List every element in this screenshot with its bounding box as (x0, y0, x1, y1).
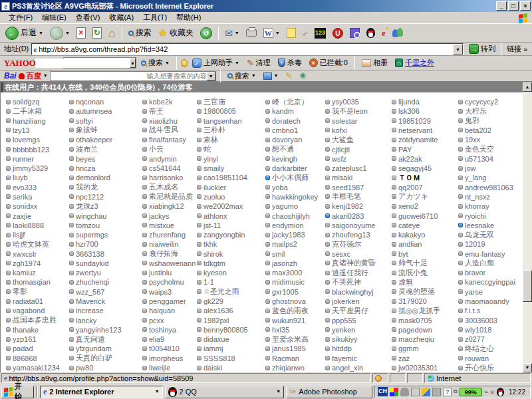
stop-button[interactable]: × (74, 26, 88, 40)
user-link[interactable]: zhuchenqi (69, 277, 142, 287)
user-link[interactable]: 半根毛笔 (325, 192, 392, 201)
user-link[interactable]: nt_nsxz (458, 192, 519, 201)
user-link[interactable]: sesxc (325, 249, 392, 259)
user-link[interactable]: andrew981063 (458, 183, 519, 192)
user-link[interactable]: chaoshijilyh (265, 211, 325, 220)
user-link[interactable]: sonidxx (6, 201, 69, 211)
user-link[interactable]: 1982pxl (197, 315, 265, 325)
user-link[interactable]: kofxi (325, 126, 392, 135)
user-link[interactable]: justinlu (142, 268, 197, 277)
user-link[interactable]: 抓◎◎龙抓手 (392, 306, 458, 315)
mail-button[interactable]: ✉ ▼ (222, 27, 242, 40)
user-link[interactable]: misaki (325, 173, 392, 182)
user-link[interactable]: 蛇 (197, 144, 265, 154)
user-link[interactable]: 12019 (458, 239, 519, 249)
user-link[interactable]: lancky (69, 315, 142, 325)
edit-with-word-button[interactable]: W ▼ (261, 27, 283, 39)
user-link[interactable]: y_lang (458, 173, 519, 182)
user-link[interactable]: penggamer (142, 297, 197, 306)
yahoo-search-dropdown-icon[interactable]: ▼ (130, 58, 136, 68)
user-link[interactable]: max3000 (265, 268, 325, 277)
user-link[interactable]: wzz_567 (69, 287, 142, 297)
baidu-logo-dropdown-icon[interactable]: ▼ (43, 72, 48, 79)
user-link[interactable]: solestar (325, 116, 392, 126)
baidu-logo[interactable]: Bai (4, 71, 17, 80)
user-link[interactable]: tdkgtm (197, 259, 265, 268)
user-link[interactable]: davoryan (265, 135, 325, 144)
user-link[interactable]: psycholmu (142, 277, 197, 287)
user-link[interactable]: solidgzq (6, 97, 69, 106)
user-link[interactable]: 峰（北京） (265, 97, 325, 106)
task-internet-explorer[interactable]: e 2 Internet Explorer ▼ (40, 386, 163, 398)
user-link[interactable]: andymin (142, 154, 197, 164)
user-link[interactable]: tkhk (197, 239, 265, 249)
user-link[interactable]: ysy0035 (325, 97, 392, 106)
user-link[interactable]: othakeeper (69, 135, 142, 144)
user-link[interactable]: 真诸神的黄昏 (325, 259, 392, 268)
user-link[interactable]: zaz (392, 354, 458, 363)
user-link[interactable]: wly1018 (458, 325, 519, 334)
user-link[interactable]: endymion (265, 221, 325, 230)
user-link[interactable]: increase (69, 306, 142, 315)
task-qq[interactable]: 2 QQ ▼ (165, 386, 285, 398)
user-link[interactable]: finalfantasy (142, 135, 197, 144)
user-link[interactable]: thomasqian (6, 277, 69, 287)
user-link[interactable]: akari0283 (325, 211, 392, 220)
user-link[interactable]: kakakyo (392, 230, 458, 239)
user-link[interactable]: autumnsea (69, 106, 142, 116)
user-link[interactable]: ☆圣光之雨 (197, 287, 265, 297)
user-link[interactable]: 大鲨鱼 (325, 135, 392, 144)
user-link[interactable]: angel_xin (325, 363, 392, 372)
media-button[interactable]: e (379, 27, 388, 40)
qq-tray-icon[interactable] (497, 388, 504, 396)
forward-dropdown-icon[interactable]: ▼ (65, 30, 70, 37)
user-link[interactable]: demonlord (69, 173, 142, 182)
pen-tool-icon[interactable] (422, 388, 430, 396)
user-link[interactable]: jst-11 (197, 221, 265, 230)
user-link[interactable]: andlian (392, 239, 458, 249)
baidu-extra-button[interactable]: ❀ (297, 70, 309, 82)
menu-view[interactable]: 查看(V) (71, 11, 105, 24)
user-link[interactable]: 天真的白驴 (69, 354, 142, 363)
favorites-button[interactable]: ★ 收藏夹 (156, 26, 196, 41)
vertical-scrollbar[interactable]: ▲ ▼ (523, 82, 532, 372)
user-link[interactable]: hitddp (325, 344, 392, 353)
user-link[interactable]: guowei6710 (392, 211, 458, 220)
user-link[interactable]: jacky1983 (265, 230, 325, 239)
user-link[interactable]: tangsenhan (197, 116, 265, 126)
user-link[interactable]: 衰仔拓海 (142, 249, 197, 259)
user-link[interactable]: xeno2 (392, 201, 458, 211)
user-link[interactable]: 二手冰箱 (6, 106, 69, 116)
user-link[interactable]: 战国本多忠胜 (6, 315, 69, 325)
user-link[interactable]: wsfz (325, 154, 392, 164)
notes-button[interactable] (284, 27, 299, 39)
microphone-icon[interactable] (400, 388, 409, 396)
user-link[interactable]: 至爱余米高 (265, 334, 325, 344)
user-link[interactable]: 零影 (6, 287, 69, 297)
qq-button[interactable] (364, 27, 378, 39)
search-button[interactable]: 搜索 (126, 26, 154, 40)
back-button[interactable]: ← 后退 ▼ (3, 25, 46, 41)
yahoo-logo[interactable]: YAHOO! (4, 58, 39, 68)
user-link[interactable]: janus1985 (265, 344, 325, 353)
assistant-button[interactable]: ✓ 上网助手 ▼ (190, 57, 242, 69)
user-link[interactable]: 灵魂的堕落 (392, 287, 458, 297)
user-link[interactable]: daiski (197, 363, 265, 372)
user-link[interactable]: gk229 (197, 297, 265, 306)
user-link[interactable]: 乌龙无双 (458, 230, 519, 239)
user-link[interactable]: maozheqiu (392, 334, 458, 344)
user-link[interactable]: athlonx (197, 211, 265, 220)
album-button[interactable]: 相册 (359, 57, 390, 69)
menu-tools[interactable]: 工具(T) (138, 11, 172, 24)
user-link[interactable]: shirok (197, 249, 265, 259)
user-link[interactable]: ryoichi (458, 211, 519, 220)
user-link[interactable]: elia9 (142, 334, 197, 344)
user-link[interactable]: wshaowenann (142, 259, 197, 268)
user-link[interactable]: 帅气十足 (392, 259, 458, 268)
user-link[interactable]: supermgs (69, 230, 142, 239)
user-link[interactable]: 逍遥任我行 (325, 268, 392, 277)
user-link[interactable]: 1-1 (197, 277, 265, 287)
user-link[interactable]: iluckier (197, 183, 265, 192)
user-link[interactable]: saigonoyume (325, 221, 392, 230)
tablet-icon[interactable] (411, 388, 420, 396)
